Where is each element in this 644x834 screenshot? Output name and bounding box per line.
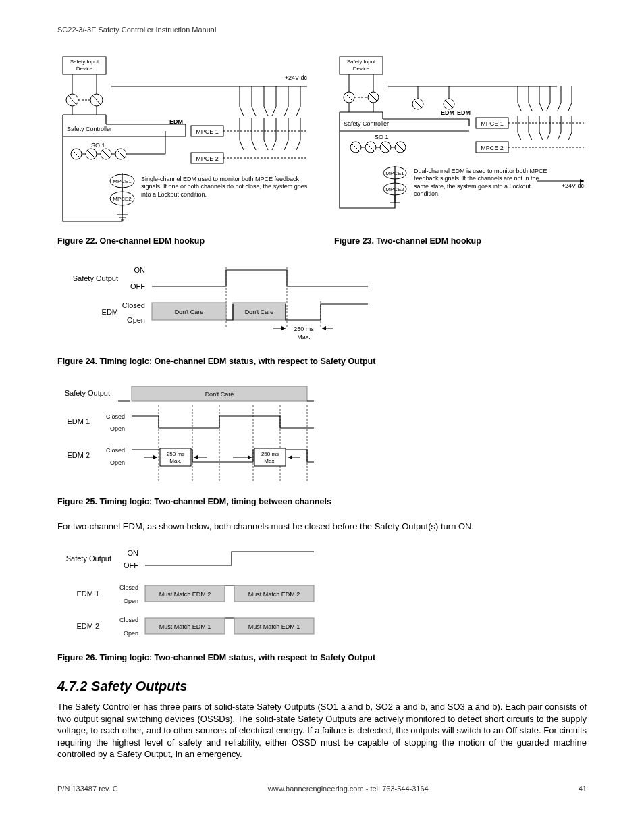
svg-line-7 <box>68 95 76 105</box>
mm1a: Must Match EDM 1 <box>159 623 211 630</box>
sc-label: Safety Controller <box>344 120 389 127</box>
mm2b: Must Match EDM 2 <box>248 591 300 598</box>
fig23-note: Dual-channel EDM is used to monitor both… <box>414 167 549 198</box>
mpce2-coil: MPCE2 <box>113 196 132 202</box>
mpce2-box: MPCE 2 <box>481 145 504 151</box>
fig22-caption: Figure 22. One-channel EDM hookup <box>57 236 321 246</box>
edm1-label: EDM <box>441 109 454 116</box>
svg-line-35 <box>264 107 268 116</box>
svg-line-31 <box>240 107 244 116</box>
svg-line-65 <box>345 93 353 101</box>
svg-line-47 <box>264 140 268 150</box>
figure-26-diagram: Safety Output ON OFF EDM 1 Closed Open M… <box>57 544 381 645</box>
edm-label: EDM <box>102 308 118 316</box>
svg-line-51 <box>284 140 288 150</box>
t250b: Max. <box>297 334 311 340</box>
edm2-label: EDM 2 <box>76 622 99 630</box>
svg-line-96 <box>518 103 521 111</box>
open1: Open <box>110 425 125 432</box>
svg-line-16 <box>87 150 95 158</box>
figure-23-diagram: Safety Input Device EDM EDM <box>334 53 597 228</box>
mpce2-box: MPCE 2 <box>196 155 219 162</box>
footer-center: www.bannerengineering.com - tel: 763-544… <box>268 785 429 793</box>
svg-line-87 <box>396 143 404 151</box>
svg-line-45 <box>252 140 256 150</box>
svg-line-85 <box>381 143 390 151</box>
t1b: Max. <box>169 458 181 464</box>
dontcare: Don't Care <box>205 391 234 398</box>
figure-24-diagram: Safety Output ON OFF EDM Closed Open Don… <box>57 261 381 348</box>
t250a: 250 ms <box>294 325 314 332</box>
section-body: The Safety Controller has three pairs of… <box>57 701 587 760</box>
open-label: Open <box>127 316 145 324</box>
svg-line-104 <box>558 103 561 111</box>
svg-line-43 <box>240 140 244 150</box>
svg-line-14 <box>72 150 80 158</box>
so-label: Safety Output <box>65 389 110 397</box>
edm1-label: EDM 1 <box>76 590 99 598</box>
mpce1-box: MPCE 1 <box>481 120 504 127</box>
svg-line-98 <box>529 103 532 111</box>
closed2: Closed <box>106 447 125 454</box>
edm2-label: EDM 2 <box>67 451 90 459</box>
mpce2-coil: MPCE2 <box>385 186 404 192</box>
edm2-label: EDM <box>457 109 471 116</box>
figure-25-diagram: Safety Output Don't Care EDM 1 Closed Op… <box>57 381 368 489</box>
svg-line-67 <box>369 93 377 101</box>
mm2a: Must Match EDM 2 <box>159 591 211 598</box>
dontcare2: Don't Care <box>245 309 274 315</box>
svg-line-118 <box>568 132 572 140</box>
plus24v-label: +24V dc <box>285 74 308 81</box>
t2a: 250 ms <box>261 451 279 457</box>
mpce1-coil: MPCE1 <box>385 170 404 176</box>
on-label: ON <box>128 549 139 557</box>
svg-line-76 <box>445 100 453 108</box>
fig25-caption: Figure 25. Timing logic: Two-channel EDM… <box>57 497 587 506</box>
svg-line-53 <box>296 140 300 150</box>
svg-line-8 <box>92 95 101 105</box>
svg-line-49 <box>272 140 276 150</box>
page-header: SC22-3/-3E Safety Controller Instruction… <box>57 26 587 34</box>
edm1-label: EDM 1 <box>67 417 90 425</box>
mpce1-box: MPCE 1 <box>196 128 219 135</box>
dontcare1: Don't Care <box>175 309 204 315</box>
so1-label: SO 1 <box>91 142 105 149</box>
section-title: 4.7.2 Safety Outputs <box>57 679 587 694</box>
svg-line-112 <box>539 132 543 140</box>
footer-right: 41 <box>579 785 587 793</box>
t1a: 250 ms <box>167 451 184 457</box>
figure-22-diagram: Safety Input Device +24V dc EDM <box>57 53 321 228</box>
svg-line-106 <box>568 103 572 111</box>
svg-line-114 <box>547 132 550 140</box>
sid-label: Safety Input <box>347 59 376 65</box>
svg-line-41 <box>296 107 300 116</box>
mm1b: Must Match EDM 1 <box>248 623 300 630</box>
so-label: Safety Output <box>73 274 118 282</box>
off-label: OFF <box>124 561 138 569</box>
t2b: Max. <box>264 458 275 464</box>
closed1: Closed <box>119 584 138 591</box>
sid-label: Safety Input <box>70 59 99 65</box>
open2: Open <box>124 630 138 637</box>
svg-line-102 <box>547 103 550 111</box>
svg-line-20 <box>117 150 125 158</box>
svg-line-81 <box>352 143 360 151</box>
open2: Open <box>110 459 125 466</box>
svg-line-37 <box>272 107 276 116</box>
mpce1-coil: MPCE1 <box>113 178 132 184</box>
closed2: Closed <box>119 617 138 623</box>
on-label: ON <box>134 266 146 274</box>
sc-label: Safety Controller <box>67 126 112 132</box>
svg-line-74 <box>414 100 422 108</box>
svg-line-116 <box>558 132 561 140</box>
sid-label2: Device <box>76 66 93 72</box>
svg-line-39 <box>284 107 288 116</box>
closed-label: Closed <box>122 301 145 309</box>
fig22-note: Single-channel EDM used to monitor both … <box>141 176 310 199</box>
so-label: Safety Output <box>66 554 111 563</box>
sid-label2: Device <box>353 66 370 72</box>
so1-label: SO 1 <box>375 134 389 140</box>
svg-line-33 <box>252 107 256 116</box>
fig23-caption: Figure 23. Two-channel EDM hookup <box>334 236 597 246</box>
open1: Open <box>124 598 138 604</box>
